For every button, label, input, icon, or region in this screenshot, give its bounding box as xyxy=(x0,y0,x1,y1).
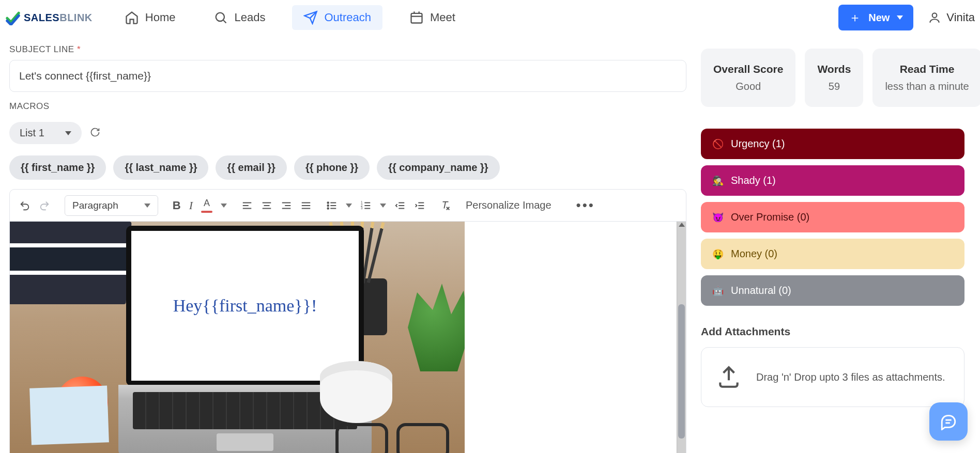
undo-button[interactable] xyxy=(19,200,30,211)
user-icon xyxy=(928,11,941,24)
more-options-button[interactable]: ••• xyxy=(576,197,595,213)
alert-unnatural[interactable]: 🤖 Unnatural (0) xyxy=(701,275,964,306)
nav-leads-label: Leads xyxy=(234,11,265,24)
shady-icon: 🕵️ xyxy=(712,175,724,186)
chevron-down-icon[interactable] xyxy=(346,204,352,208)
scroll-up-icon[interactable] xyxy=(679,223,685,227)
alert-money[interactable]: 🤑 Money (0) xyxy=(701,239,964,269)
read-time-card: Read Time less than a minute xyxy=(872,49,980,107)
bold-button[interactable]: B xyxy=(173,199,181,212)
scroll-thumb[interactable] xyxy=(678,304,685,439)
image-overlay-text: Hey{{first_name}}! xyxy=(173,296,317,316)
subject-input[interactable] xyxy=(9,60,686,92)
send-icon xyxy=(303,10,318,25)
new-button[interactable]: ＋ New xyxy=(838,5,913,30)
refresh-icon[interactable] xyxy=(90,127,100,139)
chevron-down-icon[interactable] xyxy=(221,204,227,208)
paragraph-label: Paragraph xyxy=(72,200,118,211)
chevron-down-icon xyxy=(897,15,903,20)
font-color-button[interactable]: A xyxy=(201,198,212,213)
attachments-dropzone[interactable]: Drag 'n' Drop upto 3 files as attachment… xyxy=(701,347,964,407)
svg-rect-2 xyxy=(411,13,422,23)
svg-point-6 xyxy=(932,13,937,18)
bullet-list-button[interactable] xyxy=(326,200,338,211)
card-title: Overall Score xyxy=(713,63,783,75)
score-cards: Overall Score Good Words 59 Read Time le… xyxy=(701,49,964,107)
alert-urgency[interactable]: 🚫 Urgency (1) xyxy=(701,129,964,159)
editor-scrollbar[interactable] xyxy=(677,222,686,453)
nav-home[interactable]: Home xyxy=(113,5,187,30)
spam-alerts: 🚫 Urgency (1) 🕵️ Shady (1) 😈 Over Promis… xyxy=(701,129,964,306)
personalize-image-button[interactable]: Personalize Image xyxy=(466,199,552,211)
card-value: Good xyxy=(713,81,783,92)
svg-text:3: 3 xyxy=(361,206,363,210)
macro-chip[interactable]: {{ email }} xyxy=(216,155,286,180)
svg-point-19 xyxy=(327,202,329,204)
align-center-button[interactable] xyxy=(261,200,272,211)
subject-label: SUBJECT LINE * xyxy=(9,44,686,55)
macro-chip[interactable]: {{ phone }} xyxy=(294,155,370,180)
chevron-down-icon xyxy=(65,131,71,135)
chevron-down-icon[interactable] xyxy=(380,204,386,208)
attachments-title: Add Attachments xyxy=(701,325,964,338)
card-value: 59 xyxy=(817,81,851,92)
svg-point-21 xyxy=(327,208,329,209)
editor: Paragraph B I A xyxy=(9,189,686,453)
nav-meet-label: Meet xyxy=(430,11,455,24)
user-menu[interactable]: Vinita xyxy=(928,11,975,24)
align-right-button[interactable] xyxy=(281,200,292,211)
editor-body[interactable]: Hey{{first_name}}! xyxy=(10,222,686,453)
plus-icon: ＋ xyxy=(849,9,861,26)
search-icon xyxy=(213,10,228,25)
home-icon xyxy=(125,10,139,25)
macro-chip[interactable]: {{ first_name }} xyxy=(9,155,106,180)
logo-mark-icon xyxy=(5,10,21,25)
indent-button[interactable] xyxy=(414,200,425,211)
dropzone-hint: Drag 'n' Drop upto 3 files as attachment… xyxy=(756,371,945,383)
user-name: Vinita xyxy=(946,11,975,24)
macro-list-select[interactable]: List 1 xyxy=(9,122,82,144)
align-left-button[interactable] xyxy=(241,200,253,211)
nav-meet[interactable]: Meet xyxy=(398,5,467,30)
align-justify-button[interactable] xyxy=(300,200,312,211)
top-nav: SALESBLINK Home Leads Outreach Meet ＋ Ne… xyxy=(0,0,980,35)
alert-label: Over Promise (0) xyxy=(731,211,809,223)
chat-widget-button[interactable] xyxy=(929,402,968,441)
macro-chips: {{ first_name }} {{ last_name }} {{ emai… xyxy=(9,155,686,180)
chat-icon xyxy=(940,413,957,430)
brand-logo[interactable]: SALESBLINK xyxy=(5,10,93,25)
redo-button[interactable] xyxy=(39,200,50,211)
nav-leads[interactable]: Leads xyxy=(202,5,277,30)
svg-line-1 xyxy=(224,20,226,23)
personalized-image[interactable]: Hey{{first_name}}! xyxy=(10,222,465,453)
nav-items: Home Leads Outreach Meet xyxy=(113,5,467,30)
card-value: less than a minute xyxy=(885,81,969,92)
paragraph-dropdown[interactable]: Paragraph xyxy=(65,195,158,216)
outdent-button[interactable] xyxy=(394,200,406,211)
alert-over-promise[interactable]: 😈 Over Promise (0) xyxy=(701,202,964,232)
brand-name: SALESBLINK xyxy=(24,12,93,24)
new-button-label: New xyxy=(868,12,890,24)
over-promise-icon: 😈 xyxy=(712,212,724,223)
svg-point-20 xyxy=(327,205,329,206)
numbered-list-button[interactable]: 123 xyxy=(360,200,372,211)
unnatural-icon: 🤖 xyxy=(712,285,724,296)
money-icon: 🤑 xyxy=(712,248,724,260)
macro-chip[interactable]: {{ last_name }} xyxy=(113,155,208,180)
svg-point-0 xyxy=(216,13,224,21)
nav-home-label: Home xyxy=(145,11,176,24)
card-title: Read Time xyxy=(885,63,969,75)
alert-label: Shady (1) xyxy=(731,175,776,186)
macro-chip[interactable]: {{ company_name }} xyxy=(377,155,499,180)
alert-label: Urgency (1) xyxy=(731,138,785,150)
alert-label: Money (0) xyxy=(731,248,777,260)
editor-toolbar: Paragraph B I A xyxy=(10,190,686,222)
italic-button[interactable]: I xyxy=(189,199,193,212)
nav-outreach[interactable]: Outreach xyxy=(292,5,382,30)
card-title: Words xyxy=(817,63,851,75)
alert-shady[interactable]: 🕵️ Shady (1) xyxy=(701,165,964,196)
urgency-icon: 🚫 xyxy=(712,138,724,150)
nav-outreach-label: Outreach xyxy=(324,11,371,24)
required-marker: * xyxy=(77,44,81,54)
clear-format-button[interactable] xyxy=(440,200,451,211)
